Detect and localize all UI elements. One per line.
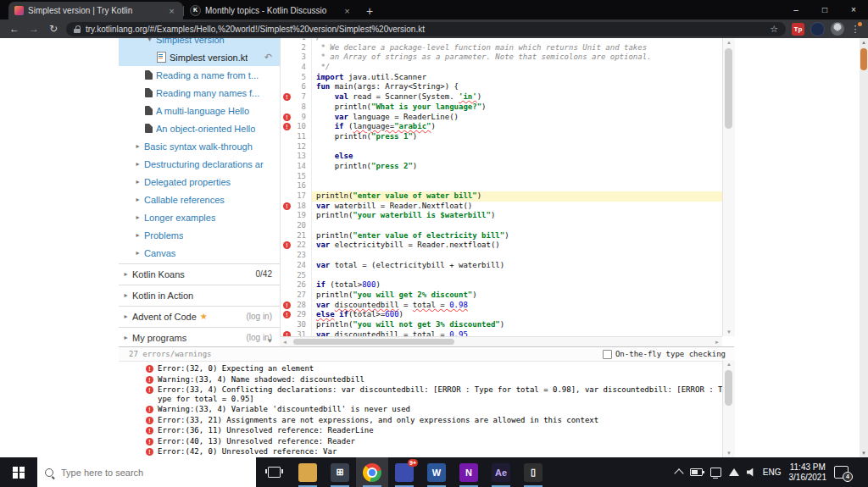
refresh-icon[interactable]: ↻ bbox=[47, 23, 60, 35]
code-text[interactable]: var discountedbill = total = 0.95 bbox=[312, 330, 723, 336]
sidebar-item-an-object-oriented-hello[interactable]: An object-oriented Hello bbox=[119, 119, 280, 137]
error-icon[interactable]: ! bbox=[283, 241, 291, 249]
sidebar-item-basic-syntax-walk-through[interactable]: ▸Basic syntax walk-through bbox=[119, 137, 280, 155]
scroll-up-icon[interactable]: ▲ bbox=[860, 38, 868, 47]
sidebar-item-destructuring-declarations-ar[interactable]: ▸Destructuring declarations ar bbox=[119, 155, 280, 173]
code-text[interactable]: * an Array of strings as a parameter. No… bbox=[312, 53, 723, 63]
code-line-12[interactable]: 12 bbox=[281, 142, 723, 152]
chevron-right-icon[interactable]: ▸ bbox=[121, 313, 131, 320]
taskbar-app-onenote[interactable]: N bbox=[453, 457, 485, 487]
code-line-17[interactable]: 17println("enter value of water bill") bbox=[281, 191, 723, 202]
network-icon[interactable] bbox=[710, 468, 721, 477]
tray-expand-icon[interactable] bbox=[674, 468, 683, 478]
taskbar-app-after-effects[interactable]: Ae bbox=[485, 457, 517, 487]
sidebar-item-kotlin-koans[interactable]: ▸Kotlin Koans0/42 bbox=[119, 265, 280, 283]
page-scroll-thumb[interactable] bbox=[860, 48, 867, 70]
code-line-14[interactable]: 14 println("press 2") bbox=[281, 162, 723, 172]
sidebar-item-a-multi-language-hello[interactable]: A multi-language Hello bbox=[119, 102, 280, 119]
code-text[interactable]: if (total>800) bbox=[312, 280, 723, 291]
code-line-7[interactable]: !7 val read = Scanner(System. 'in') bbox=[281, 92, 723, 102]
code-line-25[interactable]: 25 bbox=[281, 271, 723, 281]
chevron-down-icon[interactable]: ▾ bbox=[145, 38, 154, 43]
lock-icon[interactable] bbox=[74, 25, 81, 33]
console-message[interactable]: !Error:(33, 21) Assignments are not expr… bbox=[119, 415, 734, 426]
chevron-right-icon[interactable]: ▸ bbox=[133, 178, 142, 185]
start-button[interactable] bbox=[0, 457, 37, 487]
page-scrollbar[interactable]: ▲ ▼ bbox=[860, 38, 868, 457]
console-message[interactable]: !Error:(42, 0) Unresolved reference: Var bbox=[119, 446, 734, 457]
on-the-fly-check[interactable]: On-the-fly type checking bbox=[603, 350, 726, 359]
code-text[interactable]: * We declare a package-level function ma… bbox=[312, 43, 723, 53]
code-line-31[interactable]: !31var discountedbill = total = 0.95 bbox=[281, 330, 723, 336]
code-line-9[interactable]: !9 var language = ReaderLine() bbox=[281, 113, 723, 123]
code-text[interactable]: import java.util.Scanner bbox=[312, 73, 723, 83]
taskbar-app-app-grid[interactable]: ⊞ bbox=[324, 457, 356, 487]
error-icon[interactable]: ! bbox=[283, 123, 291, 130]
code-text[interactable]: var electricitybill = Reader.nextfloat() bbox=[312, 241, 723, 251]
bookmark-star-icon[interactable]: ☆ bbox=[770, 24, 778, 35]
sidebar-item-delegated-properties[interactable]: ▸Delegated properties bbox=[119, 173, 280, 191]
tab-kotlin-forum[interactable]: K Monthly topics - Kotlin Discussio × bbox=[184, 2, 359, 19]
sidebar-item-advent-of-code[interactable]: ▸Advent of Code★(log in) bbox=[119, 307, 280, 325]
sidebar-item-reading-many-names-f[interactable]: Reading many names f... bbox=[119, 84, 280, 102]
sidebar-item-longer-examples[interactable]: ▸Longer examples bbox=[119, 208, 280, 226]
sidebar-item-problems[interactable]: ▸Problems bbox=[119, 226, 280, 244]
extension-icon[interactable] bbox=[810, 22, 825, 36]
code-line-20[interactable]: 20 bbox=[281, 221, 723, 231]
profile-avatar[interactable] bbox=[831, 22, 844, 36]
console-vscroll-thumb[interactable] bbox=[725, 370, 732, 406]
code-text[interactable] bbox=[312, 251, 723, 261]
code-text[interactable]: else if(total>=600) bbox=[312, 310, 723, 320]
code-line-2[interactable]: 2 * We declare a package-level function … bbox=[281, 43, 723, 53]
tab-close-icon[interactable]: × bbox=[166, 6, 177, 16]
error-icon[interactable]: ! bbox=[283, 93, 291, 101]
error-icon[interactable]: ! bbox=[283, 311, 291, 318]
input-language[interactable]: ENG bbox=[763, 468, 782, 477]
chevron-right-icon[interactable]: ▸ bbox=[133, 231, 142, 239]
console-message[interactable]: !Warning:(33, 4) Name shadowed: discount… bbox=[119, 374, 734, 385]
code-text[interactable] bbox=[312, 271, 723, 281]
code-text[interactable]: if (language="arabic") bbox=[312, 122, 723, 132]
code-line-30[interactable]: 30println("you will not get 3% discounte… bbox=[281, 320, 723, 330]
code-text[interactable]: println("enter value of water bill") bbox=[312, 191, 723, 202]
code-text[interactable] bbox=[312, 142, 723, 152]
code-line-18[interactable]: !18var waterbill = Reader.Nextfloat() bbox=[281, 202, 723, 212]
code-line-26[interactable]: 26if (total>800) bbox=[281, 280, 723, 291]
maximize-button[interactable]: □ bbox=[810, 0, 839, 19]
scroll-down-icon[interactable]: ▼ bbox=[860, 449, 868, 457]
scroll-down-icon[interactable]: ▼ bbox=[723, 449, 735, 457]
taskbar-app-app-badged[interactable]: 9+ bbox=[388, 457, 420, 487]
back-icon[interactable]: ← bbox=[8, 23, 21, 35]
forward-icon[interactable]: → bbox=[27, 23, 41, 35]
code-text[interactable]: else bbox=[312, 152, 723, 162]
code-text[interactable] bbox=[312, 221, 723, 231]
code-line-15[interactable]: 15 bbox=[281, 172, 723, 182]
sidebar-item-kotlin-in-action[interactable]: ▸Kotlin in Action bbox=[119, 286, 280, 304]
taskbar-search[interactable] bbox=[37, 457, 256, 487]
action-center-icon[interactable]: 4 bbox=[834, 466, 849, 479]
sidebar-item-simplest-version-kt[interactable]: Simplest version.kt↶ bbox=[119, 48, 280, 66]
error-icon[interactable]: ! bbox=[283, 113, 291, 121]
chevron-right-icon[interactable]: ▸ bbox=[121, 291, 131, 299]
code-line-8[interactable]: 8 println("What is your language?") bbox=[281, 102, 723, 113]
taskbar-app-chrome[interactable] bbox=[356, 457, 388, 487]
error-icon[interactable]: ! bbox=[283, 202, 291, 210]
chevron-right-icon[interactable]: ▸ bbox=[121, 334, 131, 341]
close-button[interactable]: × bbox=[839, 0, 868, 19]
chevron-right-icon[interactable]: ▸ bbox=[133, 213, 142, 221]
chevron-right-icon[interactable]: ▸ bbox=[133, 196, 142, 203]
chevron-right-icon[interactable]: ▸ bbox=[133, 142, 142, 150]
code-text[interactable]: println("enter value of electricity bill… bbox=[312, 231, 723, 241]
revert-icon[interactable]: ↶ bbox=[264, 52, 280, 63]
taskbar-app-word[interactable]: W bbox=[420, 457, 453, 487]
code-line-22[interactable]: !22var electricitybill = Reader.nextfloa… bbox=[281, 241, 723, 251]
code-text[interactable]: println("you will get 2% discount") bbox=[312, 291, 723, 301]
code-text[interactable]: var waterbill = Reader.Nextfloat() bbox=[312, 202, 723, 212]
editor-vscroll-thumb[interactable] bbox=[725, 48, 732, 129]
tab-close-icon[interactable]: × bbox=[342, 6, 353, 16]
code-text[interactable]: println("your waterbill is $waterbill") bbox=[312, 211, 723, 221]
taskbar-app-photos[interactable]: ▯ bbox=[517, 457, 549, 487]
taskbar-clock[interactable]: 11:43 PM 3/16/2021 bbox=[789, 462, 827, 483]
code-text[interactable]: var total = (electricitybill + waterbill… bbox=[312, 261, 723, 271]
new-tab-button[interactable]: + bbox=[359, 2, 381, 19]
